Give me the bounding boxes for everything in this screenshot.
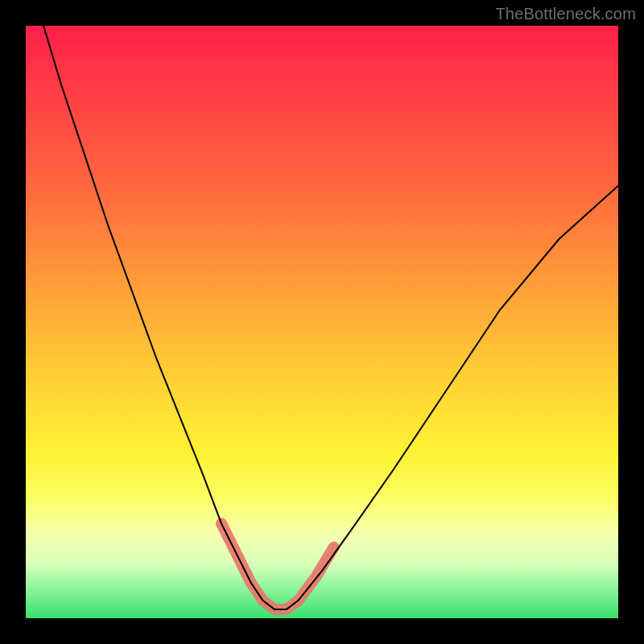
watermark-text: TheBottleneck.com — [495, 5, 636, 23]
chart-overlay — [26, 26, 618, 618]
bottleneck-curve — [43, 26, 618, 609]
chart-frame: TheBottleneck.com — [0, 0, 644, 644]
optimal-range-highlight — [221, 523, 334, 609]
